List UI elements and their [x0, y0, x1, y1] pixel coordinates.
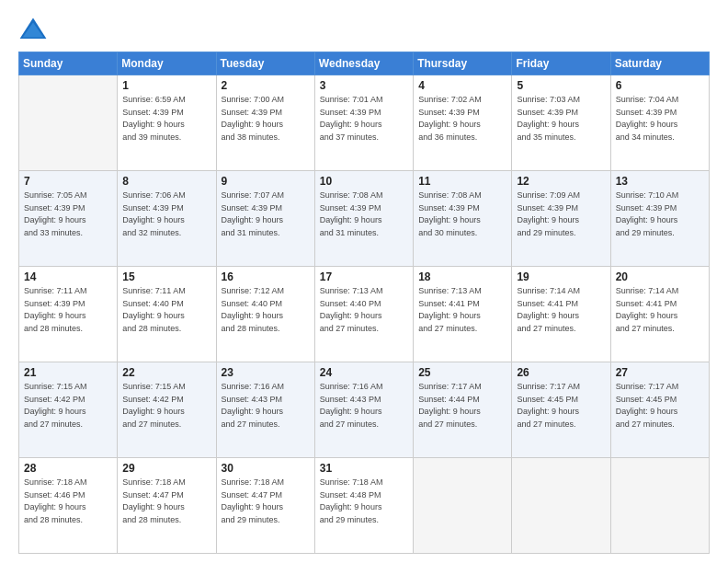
- calendar-table: SundayMondayTuesdayWednesdayThursdayFrid…: [18, 52, 710, 554]
- day-number: 13: [616, 175, 704, 188]
- day-number: 4: [418, 79, 506, 92]
- calendar-header-monday: Monday: [118, 52, 216, 75]
- day-info: Sunrise: 7:03 AMSunset: 4:39 PMDaylight:…: [517, 94, 605, 144]
- calendar-cell: 17Sunrise: 7:13 AMSunset: 4:40 PMDayligh…: [314, 267, 413, 362]
- day-info: Sunrise: 7:14 AMSunset: 4:41 PMDaylight:…: [517, 285, 605, 335]
- calendar-cell: 25Sunrise: 7:17 AMSunset: 4:44 PMDayligh…: [414, 362, 512, 458]
- calendar-cell: 26Sunrise: 7:17 AMSunset: 4:45 PMDayligh…: [512, 362, 610, 458]
- calendar-header-tuesday: Tuesday: [216, 52, 314, 75]
- day-info: Sunrise: 7:01 AMSunset: 4:39 PMDaylight:…: [320, 94, 408, 144]
- day-number: 1: [122, 79, 210, 92]
- calendar-cell: 2Sunrise: 7:00 AMSunset: 4:39 PMDaylight…: [216, 75, 314, 171]
- day-info: Sunrise: 7:16 AMSunset: 4:43 PMDaylight:…: [222, 381, 310, 431]
- calendar-cell: 13Sunrise: 7:10 AMSunset: 4:39 PMDayligh…: [610, 171, 709, 267]
- calendar-cell: 16Sunrise: 7:12 AMSunset: 4:40 PMDayligh…: [216, 267, 314, 362]
- day-number: 30: [222, 462, 310, 475]
- day-number: 29: [122, 462, 210, 475]
- day-number: 20: [616, 270, 704, 283]
- calendar-cell: 31Sunrise: 7:18 AMSunset: 4:48 PMDayligh…: [314, 458, 413, 554]
- calendar-cell: 6Sunrise: 7:04 AMSunset: 4:39 PMDaylight…: [610, 75, 709, 171]
- calendar-cell: 24Sunrise: 7:16 AMSunset: 4:43 PMDayligh…: [314, 362, 413, 458]
- calendar-cell: 23Sunrise: 7:16 AMSunset: 4:43 PMDayligh…: [216, 362, 314, 458]
- day-number: 9: [222, 175, 310, 188]
- calendar-header-friday: Friday: [512, 52, 610, 75]
- day-number: 22: [122, 366, 210, 379]
- day-number: 3: [320, 79, 408, 92]
- day-info: Sunrise: 7:08 AMSunset: 4:39 PMDaylight:…: [418, 190, 506, 239]
- page: SundayMondayTuesdayWednesdayThursdayFrid…: [0, 0, 728, 563]
- calendar-cell: [19, 75, 118, 171]
- day-info: Sunrise: 7:07 AMSunset: 4:39 PMDaylight:…: [222, 190, 310, 239]
- day-number: 31: [320, 462, 408, 475]
- day-number: 5: [517, 79, 605, 92]
- calendar-cell: 8Sunrise: 7:06 AMSunset: 4:39 PMDaylight…: [118, 171, 216, 267]
- logo-icon: [18, 17, 48, 42]
- day-info: Sunrise: 7:17 AMSunset: 4:45 PMDaylight:…: [517, 381, 605, 431]
- calendar-cell: [512, 458, 610, 554]
- day-number: 12: [517, 175, 605, 188]
- day-info: Sunrise: 7:02 AMSunset: 4:39 PMDaylight:…: [418, 94, 506, 144]
- day-number: 19: [517, 270, 605, 283]
- calendar-cell: 22Sunrise: 7:15 AMSunset: 4:42 PMDayligh…: [118, 362, 216, 458]
- day-info: Sunrise: 7:14 AMSunset: 4:41 PMDaylight:…: [616, 285, 704, 335]
- calendar-header-thursday: Thursday: [414, 52, 512, 75]
- day-number: 2: [222, 79, 310, 92]
- calendar-cell: 20Sunrise: 7:14 AMSunset: 4:41 PMDayligh…: [610, 267, 709, 362]
- calendar-cell: 3Sunrise: 7:01 AMSunset: 4:39 PMDaylight…: [314, 75, 413, 171]
- day-info: Sunrise: 7:13 AMSunset: 4:40 PMDaylight:…: [320, 285, 408, 335]
- calendar-cell: 30Sunrise: 7:18 AMSunset: 4:47 PMDayligh…: [216, 458, 314, 554]
- calendar-week-row: 28Sunrise: 7:18 AMSunset: 4:46 PMDayligh…: [19, 458, 710, 554]
- calendar-cell: [414, 458, 512, 554]
- day-info: Sunrise: 7:18 AMSunset: 4:48 PMDaylight:…: [320, 477, 408, 526]
- calendar-header-row: SundayMondayTuesdayWednesdayThursdayFrid…: [19, 52, 710, 75]
- calendar-week-row: 7Sunrise: 7:05 AMSunset: 4:39 PMDaylight…: [19, 171, 710, 267]
- day-info: Sunrise: 7:18 AMSunset: 4:47 PMDaylight:…: [122, 477, 210, 526]
- calendar-cell: [610, 458, 709, 554]
- day-info: Sunrise: 6:59 AMSunset: 4:39 PMDaylight:…: [122, 94, 210, 144]
- day-info: Sunrise: 7:18 AMSunset: 4:46 PMDaylight:…: [24, 477, 112, 526]
- day-number: 17: [320, 270, 408, 283]
- day-number: 6: [616, 79, 704, 92]
- calendar-week-row: 1Sunrise: 6:59 AMSunset: 4:39 PMDaylight…: [19, 75, 710, 171]
- day-info: Sunrise: 7:10 AMSunset: 4:39 PMDaylight:…: [616, 190, 704, 239]
- day-number: 16: [222, 270, 310, 283]
- calendar-cell: 29Sunrise: 7:18 AMSunset: 4:47 PMDayligh…: [118, 458, 216, 554]
- calendar-cell: 27Sunrise: 7:17 AMSunset: 4:45 PMDayligh…: [610, 362, 709, 458]
- calendar-header-saturday: Saturday: [610, 52, 709, 75]
- day-info: Sunrise: 7:13 AMSunset: 4:41 PMDaylight:…: [418, 285, 506, 335]
- day-number: 10: [320, 175, 408, 188]
- day-info: Sunrise: 7:06 AMSunset: 4:39 PMDaylight:…: [122, 190, 210, 239]
- day-info: Sunrise: 7:05 AMSunset: 4:39 PMDaylight:…: [24, 190, 112, 239]
- header: [18, 17, 710, 42]
- calendar-cell: 5Sunrise: 7:03 AMSunset: 4:39 PMDaylight…: [512, 75, 610, 171]
- day-info: Sunrise: 7:17 AMSunset: 4:44 PMDaylight:…: [418, 381, 506, 431]
- day-number: 25: [418, 366, 506, 379]
- calendar-cell: 21Sunrise: 7:15 AMSunset: 4:42 PMDayligh…: [19, 362, 118, 458]
- day-number: 28: [24, 462, 112, 475]
- calendar-header-sunday: Sunday: [19, 52, 118, 75]
- day-info: Sunrise: 7:11 AMSunset: 4:40 PMDaylight:…: [122, 285, 210, 335]
- day-number: 14: [24, 270, 112, 283]
- calendar-week-row: 14Sunrise: 7:11 AMSunset: 4:39 PMDayligh…: [19, 267, 710, 362]
- day-info: Sunrise: 7:18 AMSunset: 4:47 PMDaylight:…: [222, 477, 310, 526]
- day-number: 8: [122, 175, 210, 188]
- logo: [18, 17, 53, 42]
- calendar-cell: 7Sunrise: 7:05 AMSunset: 4:39 PMDaylight…: [19, 171, 118, 267]
- day-number: 11: [418, 175, 506, 188]
- day-number: 27: [616, 366, 704, 379]
- day-info: Sunrise: 7:16 AMSunset: 4:43 PMDaylight:…: [320, 381, 408, 431]
- calendar-cell: 10Sunrise: 7:08 AMSunset: 4:39 PMDayligh…: [314, 171, 413, 267]
- calendar-header-wednesday: Wednesday: [314, 52, 413, 75]
- day-number: 24: [320, 366, 408, 379]
- calendar-cell: 15Sunrise: 7:11 AMSunset: 4:40 PMDayligh…: [118, 267, 216, 362]
- day-number: 21: [24, 366, 112, 379]
- day-number: 23: [222, 366, 310, 379]
- day-info: Sunrise: 7:15 AMSunset: 4:42 PMDaylight:…: [122, 381, 210, 431]
- day-number: 26: [517, 366, 605, 379]
- day-info: Sunrise: 7:17 AMSunset: 4:45 PMDaylight:…: [616, 381, 704, 431]
- day-number: 18: [418, 270, 506, 283]
- day-number: 15: [122, 270, 210, 283]
- day-info: Sunrise: 7:11 AMSunset: 4:39 PMDaylight:…: [24, 285, 112, 335]
- day-info: Sunrise: 7:12 AMSunset: 4:40 PMDaylight:…: [222, 285, 310, 335]
- day-info: Sunrise: 7:15 AMSunset: 4:42 PMDaylight:…: [24, 381, 112, 431]
